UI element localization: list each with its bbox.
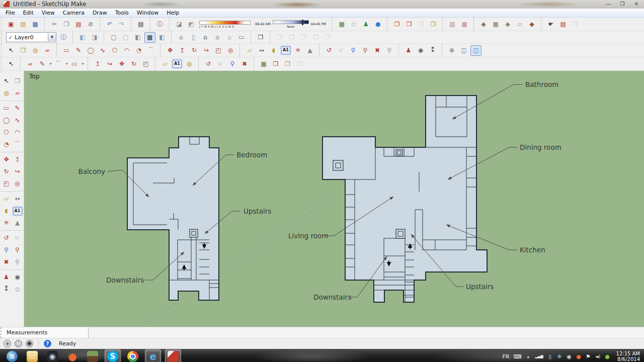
- show-hidden-icons-tray-icon[interactable]: ▴: [525, 354, 531, 359]
- rectangle-icon[interactable]: ▭: [69, 59, 80, 69]
- google-earth-icon[interactable]: ●: [372, 19, 383, 30]
- shadow-settings-icon[interactable]: ◪: [174, 19, 185, 30]
- extension-warehouse-icon[interactable]: ❒: [282, 59, 293, 69]
- protractor-icon[interactable]: ◖: [268, 45, 279, 56]
- layout-viewer-icon[interactable]: ▦: [459, 19, 470, 30]
- paint-bucket-icon[interactable]: ◍: [30, 45, 41, 56]
- line-icon[interactable]: ✎: [12, 103, 23, 114]
- sketchup-taskbar-button[interactable]: [165, 349, 181, 362]
- dimension-icon[interactable]: ↔: [256, 45, 267, 56]
- axes-icon[interactable]: ✳: [1, 218, 12, 228]
- hand-tool-icon[interactable]: ☛: [545, 19, 556, 30]
- 3d-text-icon[interactable]: ▲: [12, 218, 23, 228]
- walk-icon[interactable]: ⁑: [427, 45, 438, 56]
- slider-handle[interactable]: [302, 20, 303, 25]
- erase-icon[interactable]: ⊘: [85, 19, 96, 30]
- sign-in-status-icon[interactable]: ☻: [26, 340, 33, 347]
- view-top-icon[interactable]: ⌂: [212, 32, 223, 43]
- dining-room-label[interactable]: Dining room: [520, 143, 561, 151]
- move-icon[interactable]: ✥: [165, 45, 176, 56]
- print-icon[interactable]: ▤: [135, 19, 146, 30]
- rectangle-icon[interactable]: ▭: [1, 103, 12, 114]
- downstairs-right-label[interactable]: Downstairs: [313, 293, 351, 301]
- network-tray-icon[interactable]: ▂▄▆: [535, 354, 543, 358]
- menu-file[interactable]: File: [2, 10, 19, 16]
- scale-icon[interactable]: ◰: [213, 45, 224, 56]
- zoom-window-icon[interactable]: ⚲: [360, 45, 371, 56]
- rectangle-icon[interactable]: ▭: [61, 45, 72, 56]
- two-point-arc-icon[interactable]: ⌒: [145, 45, 156, 56]
- remote-tray-icon[interactable]: ❖: [557, 353, 562, 360]
- steam-taskbar-button[interactable]: ◉: [44, 349, 60, 362]
- menu-window[interactable]: Window: [133, 10, 163, 16]
- volume-tray-icon[interactable]: ◄): [595, 354, 601, 359]
- outer-shell-icon[interactable]: ❒: [255, 32, 266, 43]
- previous-view-icon[interactable]: ⚲: [12, 257, 23, 267]
- origin-tray-tray-icon[interactable]: ●: [576, 353, 582, 360]
- orbit-icon[interactable]: ↺: [1, 233, 12, 243]
- menu-tools[interactable]: Tools: [111, 10, 133, 16]
- get-models-icon[interactable]: ❒: [270, 59, 281, 69]
- freehand-icon[interactable]: ∿: [97, 45, 108, 56]
- open-icon[interactable]: ▤: [18, 19, 29, 30]
- hidden-line-icon[interactable]: ▢: [120, 32, 131, 43]
- text-icon[interactable]: A1: [173, 60, 182, 68]
- dropdown-arrow-icon[interactable]: ▼: [48, 33, 56, 41]
- arc-icon[interactable]: ◠: [121, 45, 132, 56]
- pan-icon[interactable]: ☞: [336, 45, 347, 56]
- paint-bucket-icon[interactable]: ◍: [184, 59, 195, 69]
- pan-icon[interactable]: ☞: [12, 233, 23, 243]
- section-plane-icon[interactable]: ◫: [458, 45, 469, 56]
- living-room-label[interactable]: Living room: [288, 232, 328, 240]
- view-left-icon[interactable]: ▯: [188, 32, 199, 43]
- downstairs-left-label[interactable]: Downstairs: [106, 276, 144, 284]
- start-taskbar-button[interactable]: ⊞: [4, 349, 20, 362]
- line-dropdown-arrow-icon[interactable]: ▾: [48, 62, 52, 66]
- line-icon[interactable]: ✎: [73, 45, 84, 56]
- circle-icon[interactable]: ◯: [1, 115, 12, 126]
- send-to-layout-icon[interactable]: ▧: [447, 19, 458, 30]
- add-location-icon[interactable]: ♟: [360, 19, 371, 30]
- freehand-icon[interactable]: ∿: [12, 115, 23, 126]
- bathroom-label[interactable]: Bathroom: [525, 80, 558, 88]
- text-icon[interactable]: A1: [13, 207, 22, 215]
- action-center-tray-icon[interactable]: ⚑: [586, 353, 591, 360]
- sandbox-smoove-icon[interactable]: ◆: [502, 19, 513, 30]
- view-bottom-icon[interactable]: ▭: [236, 32, 247, 43]
- floor-plan-drawing[interactable]: Balcony Bedroom Upstairs Downstairs Livi…: [24, 71, 644, 327]
- device-tray-icon[interactable]: ▯: [547, 354, 553, 359]
- menu-edit[interactable]: Edit: [19, 10, 37, 16]
- push-pull-icon[interactable]: ↥: [92, 59, 103, 69]
- steam-tray-tray-icon[interactable]: ◉: [567, 353, 572, 360]
- scale-icon[interactable]: ◰: [1, 178, 12, 189]
- skype-taskbar-button[interactable]: S: [105, 349, 121, 362]
- shadow-toggle-icon[interactable]: ◩: [186, 19, 197, 30]
- protractor-icon[interactable]: ◖: [1, 206, 12, 216]
- minimize-button[interactable]: —: [605, 0, 612, 8]
- xray-mode-icon[interactable]: ◧: [77, 32, 88, 43]
- zoom-window-icon[interactable]: ⚲: [12, 245, 23, 255]
- model-viewport[interactable]: Top: [24, 71, 644, 327]
- look-around-icon[interactable]: ◉: [415, 45, 426, 56]
- upstairs-right-label[interactable]: Upstairs: [466, 283, 494, 291]
- shadow-time-track[interactable]: [273, 20, 309, 24]
- orbit-icon[interactable]: ↺: [324, 45, 335, 56]
- eraser-icon[interactable]: ▰: [12, 88, 23, 99]
- zoom-icon[interactable]: ⚲: [1, 245, 12, 255]
- geolocation-status-icon[interactable]: ⊕: [4, 340, 11, 347]
- circle-icon[interactable]: ◯: [85, 45, 96, 56]
- minecraft-taskbar-button[interactable]: [85, 349, 101, 362]
- rotate-icon[interactable]: ↻: [128, 59, 139, 69]
- cut-icon[interactable]: ✂: [49, 19, 60, 30]
- push-pull-icon[interactable]: ↥: [12, 154, 23, 165]
- share-model-icon[interactable]: ❒: [404, 19, 415, 30]
- sandbox-from-contours-icon[interactable]: ◆: [478, 19, 489, 30]
- offset-icon[interactable]: ◎: [225, 45, 236, 56]
- follow-me-icon[interactable]: ↪: [12, 166, 23, 177]
- arc-icon[interactable]: ◠: [12, 127, 23, 138]
- new-icon[interactable]: ▣: [6, 19, 17, 30]
- save-icon[interactable]: ▦: [30, 19, 41, 30]
- sandbox-from-scratch-icon[interactable]: ▦: [490, 19, 501, 30]
- follow-me-icon[interactable]: ↪: [104, 59, 115, 69]
- view-iso-icon[interactable]: ⌂: [176, 32, 187, 43]
